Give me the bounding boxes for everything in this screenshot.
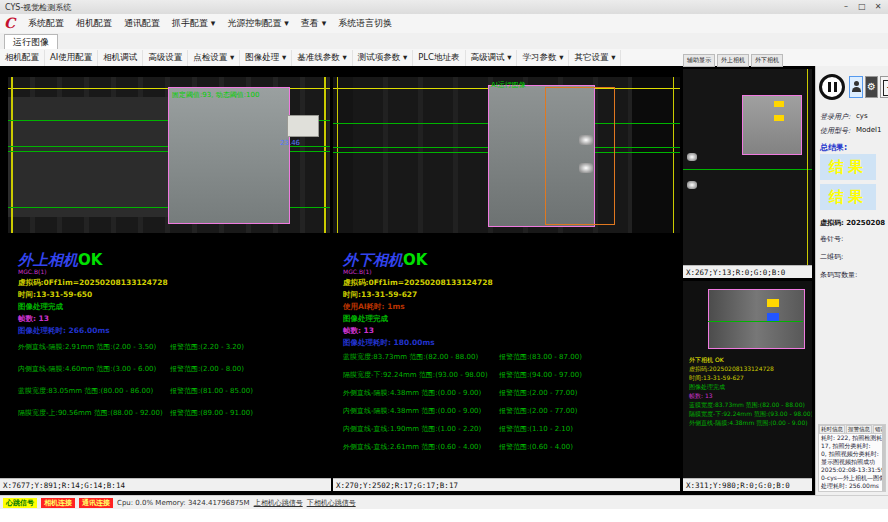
tool-other-settings[interactable]: 其它设置 ▾ (569, 50, 621, 66)
tool-camera-config[interactable]: 相机配置 (0, 50, 45, 66)
right-bottom-yellow-mark (767, 299, 779, 307)
left-measurement: 内侧直线-隔膜:4.60mm 范围:(3.00 - 6.00) (18, 364, 156, 374)
center-barcode: 虚拟码:0Ff1im=20250208133124728 (343, 278, 493, 288)
center-frames: 帧数: 13 (343, 326, 374, 336)
left-done: 图像处理完成 (18, 302, 63, 312)
left-alarm: 报警范围:(81.00 - 85.00) (170, 386, 253, 396)
center-glow-1 (579, 135, 593, 145)
center-camera-name: 外下相机 (343, 251, 403, 269)
stats-tab-alarm[interactable]: 报警信息 (846, 425, 872, 433)
center-measurement: 外侧直线-隔膜:4.38mm 范围:(0.00 - 9.00) (343, 388, 481, 398)
camera-connection-badge: 相机连接 (41, 498, 75, 508)
tool-advanced-debug[interactable]: 高级调试 ▾ (466, 50, 518, 66)
login-user-value: cys (856, 112, 868, 120)
right-column-tabs: 辅助显示 外上相机 外下相机 (683, 54, 812, 67)
right-bottom-product-roi (708, 289, 805, 349)
left-connector-part (287, 115, 319, 137)
tool-image-processing[interactable]: 图像处理 ▾ (240, 50, 292, 66)
left-alarm: 报警范围:(2.20 - 3.20) (170, 342, 244, 352)
barcode-write-count-label: 条码写数量: (820, 270, 857, 280)
tool-advanced-settings[interactable]: 高级设置 (143, 50, 188, 66)
stats-line: 17, 拍照分类耗时: (819, 442, 885, 450)
left-camera-status: OK (78, 251, 102, 269)
minimize-button[interactable]: – (838, 1, 854, 12)
gear-icon: ⚙ (867, 81, 876, 92)
tool-spot-check[interactable]: 点检设置 ▾ (188, 50, 240, 66)
left-image-zone (8, 97, 168, 217)
cpu-memory-status: Cpu: 0.0% Memory: 3424.41796875M (117, 499, 250, 507)
center-done: 图像处理完成 (343, 314, 388, 324)
menu-gripper-config[interactable]: 抓手配置 ▾ (166, 15, 221, 32)
left-yellow-vline-right (324, 77, 326, 233)
pause-icon (828, 82, 831, 92)
left-measurement: 蓝膜宽度:83.05mm 范围:(80.00 - 86.00) (18, 386, 153, 396)
right-bottom-thumbnail[interactable]: 外下相机 OK 虚拟码:20250208133124728 时间:13-31-5… (683, 281, 812, 478)
tool-baseline-params[interactable]: 基准线参数 ▾ (292, 50, 352, 66)
pause-icon (834, 82, 837, 92)
result-display-top: 结果 (820, 154, 876, 180)
tab-lower-camera[interactable]: 外下相机 (751, 54, 783, 67)
stats-scrollbar[interactable] (882, 425, 885, 491)
stats-tab-timing[interactable]: 耗时信息 (819, 425, 845, 433)
center-coords-bar: X:270;Y:2502;R:17;G:17;B:17 (333, 478, 680, 491)
left-sub-label: MGC.B(1) (18, 268, 47, 275)
left-camera-image[interactable]: 固定阈值:93, 动态阈值:100 23.46 (8, 77, 330, 233)
lower-camera-heartbeat-link[interactable]: 下相机心跳信号 (307, 498, 356, 508)
tool-learning-params[interactable]: 学习参数 ▾ (517, 50, 569, 66)
status-bar: 心跳信号 相机连接 通讯连接 Cpu: 0.0% Memory: 3424.41… (0, 495, 888, 509)
stats-line: 0-cys—外上相机—图像 (819, 474, 885, 482)
right-top-green-line (683, 169, 812, 170)
left-threshold-overlay: 固定阈值:93, 动态阈值:100 (172, 90, 259, 100)
pause-button[interactable] (819, 74, 845, 100)
stats-line: 2025:02:08-13:31:59:60 (819, 466, 885, 474)
menu-comm-config[interactable]: 通讯配置 (118, 15, 166, 32)
total-result-label: 总结果: (820, 142, 847, 153)
result-display-bottom: 结果 (820, 184, 876, 210)
stats-tabs: 耗时信息 报警信息 错误信息 (819, 425, 885, 434)
qr-code-label: 二维码: (820, 252, 843, 262)
menu-language-switch[interactable]: 系统语言切换 (332, 15, 398, 32)
sidebar: ⚙ → 登录用户: cys 使用型号: Model1 总结果: 结果 结果 虚拟… (815, 66, 888, 495)
left-barcode: 虚拟码:0Ff1im=20250208133124728 (18, 278, 168, 288)
sidebar-barcode: 虚拟码: 20250208 (820, 218, 885, 228)
window-title: CYS-视觉检测系统 (5, 2, 71, 13)
app-logo-icon: C (4, 15, 15, 31)
exit-button[interactable]: → (880, 76, 888, 98)
settings-button[interactable]: ⚙ (865, 76, 878, 98)
menu-view[interactable]: 查看 ▾ (295, 15, 332, 32)
tool-ai-usage-config[interactable]: AI使用配置 (45, 50, 98, 66)
center-alarm: 报警范围:(1.10 - 2.10) (499, 424, 573, 434)
model-label: 使用型号: (820, 126, 850, 136)
login-user-label: 登录用户: (820, 112, 850, 122)
center-alarm: 报警范围:(2.00 - 77.00) (499, 406, 577, 416)
center-ai-overlay: AI运行图像 (491, 80, 526, 90)
maximize-button[interactable]: □ (854, 1, 870, 12)
right-top-thumbnail[interactable] (683, 69, 812, 265)
center-camera-image[interactable]: AI运行图像 (333, 77, 680, 233)
right-top-glow-2 (687, 181, 697, 189)
tool-test-params[interactable]: 测试项参数 ▾ (353, 50, 413, 66)
tab-upper-camera[interactable]: 外上相机 (717, 54, 749, 67)
right-top-coords-bar: X:267;Y:13;R:0;G:0;B:0 (683, 265, 812, 278)
pin-number-label: 卷针号: (820, 234, 843, 244)
menu-system-config[interactable]: 系统配置 (22, 15, 70, 32)
left-elapsed: 图像处理耗时: 266.00ms (18, 326, 110, 336)
tab-aux-display[interactable]: 辅助显示 (683, 54, 715, 67)
center-alarm: 报警范围:(83.00 - 87.00) (499, 352, 582, 362)
title-bar: CYS-视觉检测系统 – □ ✕ (0, 0, 888, 15)
tool-camera-debug[interactable]: 相机调试 (98, 50, 143, 66)
right-top-glow-1 (687, 153, 697, 161)
menu-light-control[interactable]: 光源控制配置 ▾ (221, 15, 294, 32)
left-measurement: 外侧直线-隔膜:2.91mm 范围:(2.00 - 3.50) (18, 342, 156, 352)
user-button[interactable] (849, 76, 863, 98)
menu-bar: C 系统配置 相机配置 通讯配置 抓手配置 ▾ 光源控制配置 ▾ 查看 ▾ 系统… (0, 14, 888, 34)
upper-camera-heartbeat-link[interactable]: 上相机心跳信号 (254, 498, 303, 508)
app-window: CYS-视觉检测系统 – □ ✕ C 系统配置 相机配置 通讯配置 抓手配置 ▾… (0, 0, 888, 522)
heartbeat-status-badge: 心跳信号 (3, 498, 37, 508)
center-glow-2 (579, 163, 593, 173)
tool-plc-address[interactable]: PLC地址表 (413, 50, 465, 66)
right-bottom-green-line (708, 321, 803, 322)
menu-camera-config[interactable]: 相机配置 (70, 15, 118, 32)
left-result-block: 外上相机OK MGC.B(1) 虚拟码:0Ff1im=2025020813312… (8, 240, 330, 476)
close-button[interactable]: ✕ (870, 1, 886, 12)
